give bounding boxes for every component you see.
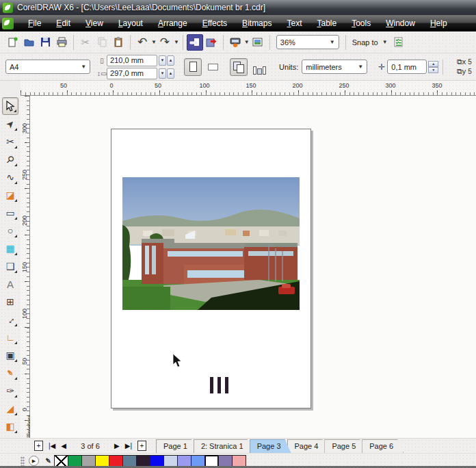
swatch-slate-blue[interactable] bbox=[122, 455, 137, 467]
contour-tool[interactable]: ▣ bbox=[2, 346, 18, 364]
export-icon[interactable] bbox=[203, 34, 220, 51]
outline-pen-tool[interactable]: ✑ bbox=[2, 382, 18, 400]
shape-tool[interactable]: ➤ bbox=[2, 115, 18, 133]
swatch-cornflower[interactable] bbox=[191, 455, 205, 467]
swatch-green[interactable] bbox=[68, 455, 82, 467]
crop-tool[interactable]: ✂ bbox=[2, 133, 18, 151]
previous-page-button[interactable]: ◀ bbox=[58, 442, 69, 450]
connector-tool[interactable]: ∟ bbox=[2, 328, 18, 346]
pick-tool[interactable] bbox=[2, 97, 18, 115]
vertical-ruler[interactable]: 300 250 200 150 100 50 0 millimeters bbox=[21, 96, 30, 449]
paper-height-spinner[interactable]: ▼▲ bbox=[159, 68, 174, 79]
coreldraw-logo-icon[interactable] bbox=[2, 18, 14, 29]
swatch-light-purple[interactable] bbox=[177, 455, 191, 467]
document-page[interactable] bbox=[111, 129, 311, 408]
rectangle-tool[interactable]: ▭ bbox=[2, 204, 18, 222]
table-tool[interactable]: ⊞ bbox=[2, 293, 18, 311]
menu-window[interactable]: Window bbox=[378, 16, 423, 31]
swatch-yellow[interactable] bbox=[95, 455, 109, 467]
tab-page-4[interactable]: Page 4 bbox=[287, 439, 329, 453]
menu-tools[interactable]: Tools bbox=[344, 16, 378, 31]
drawing-canvas[interactable] bbox=[30, 96, 476, 438]
paper-height-field[interactable]: 297,0 mm bbox=[107, 68, 157, 79]
graph-paper-tool[interactable]: ▦ bbox=[2, 239, 18, 257]
fill-tool[interactable]: ◢ bbox=[2, 400, 18, 417]
swatch-pink[interactable] bbox=[232, 455, 246, 467]
page-number-mark[interactable] bbox=[210, 377, 228, 393]
undo-dropdown-arrow[interactable]: ▼ bbox=[151, 39, 157, 45]
options-icon[interactable] bbox=[391, 34, 407, 51]
redo-icon[interactable]: ↷ bbox=[157, 34, 173, 51]
smart-fill-tool[interactable]: ◪ bbox=[2, 186, 18, 204]
save-icon[interactable] bbox=[37, 34, 53, 51]
welcome-screen-icon[interactable] bbox=[250, 34, 266, 51]
add-page-before-button[interactable]: + bbox=[34, 441, 43, 451]
last-page-button[interactable]: ▶| bbox=[122, 442, 135, 450]
next-page-button[interactable]: ▶ bbox=[111, 442, 122, 450]
dimension-tool[interactable]: ↔ bbox=[2, 311, 18, 328]
swatch-no-color[interactable] bbox=[54, 455, 68, 467]
landscape-button[interactable] bbox=[204, 58, 222, 76]
duplicate-x-field[interactable]: 5 bbox=[468, 58, 472, 66]
tab-page-1[interactable]: Page 1 bbox=[156, 439, 198, 453]
add-page-after-button[interactable]: + bbox=[137, 441, 146, 451]
menu-help[interactable]: Help bbox=[423, 16, 455, 31]
ellipse-tool[interactable]: ○ bbox=[2, 222, 18, 239]
swatch-white[interactable] bbox=[204, 455, 219, 467]
menu-view[interactable]: View bbox=[78, 16, 111, 31]
interactive-fill-tool[interactable]: ◧ bbox=[2, 417, 18, 435]
menu-file[interactable]: File bbox=[21, 16, 49, 31]
tab-page-6[interactable]: Page 6 bbox=[362, 439, 404, 453]
palette-grip-handle[interactable] bbox=[21, 456, 25, 466]
menu-table[interactable]: Table bbox=[309, 16, 344, 31]
application-launcher-icon[interactable] bbox=[227, 34, 243, 51]
portrait-button[interactable] bbox=[184, 58, 202, 76]
paste-icon[interactable] bbox=[110, 34, 127, 51]
new-document-icon[interactable] bbox=[4, 34, 21, 51]
import-icon[interactable] bbox=[187, 34, 203, 51]
first-page-button[interactable]: |◀ bbox=[46, 442, 58, 450]
paper-width-field[interactable]: 210,0 mm bbox=[107, 55, 157, 66]
menu-bitmaps[interactable]: Bitmaps bbox=[235, 16, 279, 31]
print-icon[interactable] bbox=[53, 34, 70, 51]
nudge-spinner[interactable]: ▲▼ bbox=[428, 61, 438, 73]
zoom-tool[interactable]: ⚲ bbox=[2, 151, 18, 168]
palette-eyedropper-icon[interactable]: ✒ bbox=[42, 454, 54, 467]
swatch-lavender[interactable] bbox=[163, 455, 178, 467]
eyedropper-tool[interactable]: ✒ bbox=[2, 364, 18, 382]
tab-page-5[interactable]: Page 5 bbox=[324, 439, 366, 453]
duplicate-y-field[interactable]: 5 bbox=[468, 68, 472, 75]
paper-size-combo[interactable]: A4 ▼ bbox=[5, 60, 90, 74]
nudge-offset-field[interactable]: 0,1 mm bbox=[387, 60, 427, 74]
zoom-level-combo[interactable]: 36% ▼ bbox=[276, 35, 339, 49]
redo-dropdown-arrow[interactable]: ▼ bbox=[174, 39, 179, 45]
freehand-tool[interactable]: ∿ bbox=[2, 168, 18, 186]
menu-layout[interactable]: Layout bbox=[111, 16, 150, 31]
application-launcher-dropdown-arrow[interactable]: ▼ bbox=[244, 39, 250, 45]
paper-width-spinner[interactable]: ▼▲ bbox=[159, 55, 174, 66]
swatch-red[interactable] bbox=[109, 455, 123, 467]
swatch-gray[interactable] bbox=[81, 455, 96, 467]
all-pages-button[interactable] bbox=[230, 58, 248, 76]
undo-icon[interactable]: ↶ bbox=[134, 34, 150, 51]
palette-flyout-button[interactable]: ▶ bbox=[29, 456, 39, 466]
swatch-dark-purple[interactable] bbox=[136, 455, 150, 467]
placed-image-building-photo[interactable] bbox=[122, 177, 300, 310]
horizontal-ruler[interactable]: 50 0 50 100 150 200 250 300 350 bbox=[21, 81, 476, 96]
menu-effects[interactable]: Effects bbox=[195, 16, 235, 31]
menu-text[interactable]: Text bbox=[279, 16, 309, 31]
open-icon[interactable] bbox=[21, 34, 37, 51]
tab-page-3[interactable]: Page 3 bbox=[250, 439, 291, 453]
units-combo[interactable]: millimeters ▼ bbox=[302, 60, 367, 74]
swatch-purple-gray[interactable] bbox=[218, 455, 233, 467]
swatch-blue[interactable] bbox=[150, 455, 164, 467]
paper-height-icon: ↕▭ bbox=[97, 70, 107, 77]
basic-shapes-tool[interactable]: ❑ bbox=[2, 257, 18, 275]
menu-arrange[interactable]: Arrange bbox=[150, 16, 195, 31]
title-bar[interactable]: CorelDRAW X6 - [C:\Users\LeeLaaa\Documen… bbox=[0, 0, 476, 15]
current-page-button[interactable] bbox=[250, 58, 268, 76]
menu-edit[interactable]: Edit bbox=[49, 16, 78, 31]
text-tool[interactable]: A bbox=[2, 275, 18, 293]
tab-stranica-1[interactable]: 2: Stranica 1 bbox=[194, 439, 254, 453]
snap-to-button[interactable]: Snap to ▼ bbox=[349, 38, 391, 47]
